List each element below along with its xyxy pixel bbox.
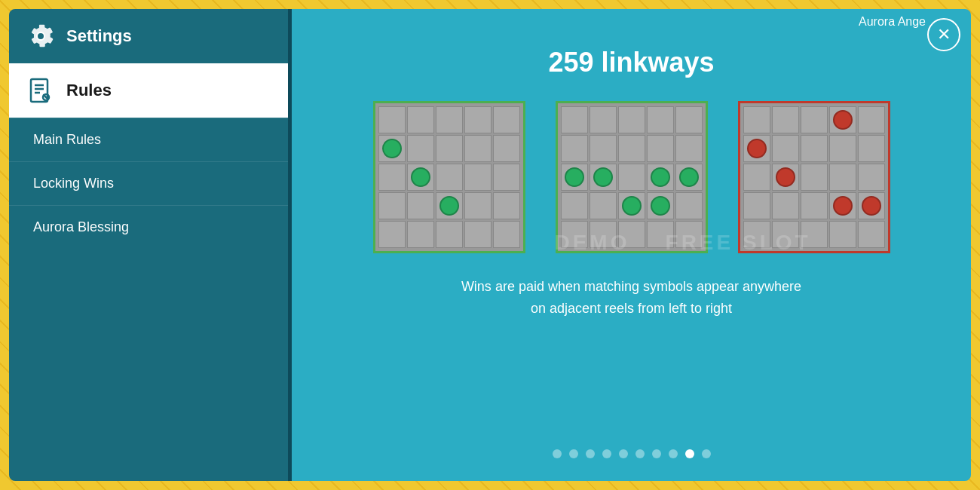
grid-cell bbox=[647, 135, 674, 162]
circle-green bbox=[651, 167, 670, 187]
grid-cell bbox=[829, 135, 856, 162]
gear-icon bbox=[27, 23, 54, 50]
settings-label: Settings bbox=[66, 26, 132, 46]
grid-cell bbox=[618, 192, 645, 219]
grid-cell bbox=[590, 221, 617, 248]
grid1 bbox=[373, 101, 525, 253]
grid-cell bbox=[743, 106, 770, 133]
circle-red bbox=[747, 139, 767, 158]
grid-cell bbox=[618, 106, 645, 133]
grid-cell bbox=[801, 192, 828, 219]
pagination-dot[interactable] bbox=[569, 449, 578, 458]
circle-green bbox=[593, 167, 613, 187]
circle-green bbox=[565, 167, 584, 187]
main-container: Settings Rules Main Rules bbox=[9, 9, 971, 481]
grid-cell bbox=[858, 221, 885, 248]
sidebar-sub-item-main-rules[interactable]: Main Rules bbox=[9, 118, 292, 161]
pagination-dot[interactable] bbox=[619, 449, 628, 458]
dots-row bbox=[553, 449, 711, 458]
grid-cell bbox=[675, 135, 703, 162]
main-content: Aurora Ange ✕ 259 linkways DEM bbox=[292, 9, 971, 481]
sidebar-sub-item-aurora-blessing[interactable]: Aurora Blessing bbox=[9, 205, 292, 249]
grid-cell bbox=[647, 164, 674, 191]
grid-cell bbox=[407, 164, 434, 191]
grid-cell bbox=[829, 106, 856, 133]
grid-cell bbox=[647, 221, 674, 248]
grid-cell bbox=[675, 106, 703, 133]
grid-cell bbox=[378, 106, 406, 133]
grid-cell bbox=[858, 106, 885, 133]
grid-cell bbox=[801, 221, 828, 248]
pagination-dot[interactable] bbox=[586, 449, 595, 458]
grid-cell bbox=[493, 221, 520, 248]
grid-cell bbox=[743, 192, 770, 219]
grid-cell bbox=[772, 164, 799, 191]
grid3-table bbox=[740, 103, 888, 251]
rules-label: Rules bbox=[66, 81, 112, 100]
grid-cell bbox=[561, 106, 588, 133]
description-text: Wins are paid when matching symbols appe… bbox=[461, 276, 801, 320]
grid-cell bbox=[647, 192, 674, 219]
grid-cell bbox=[407, 192, 434, 219]
grid-cell bbox=[407, 135, 434, 162]
grid-cell bbox=[618, 221, 645, 248]
grid-cell bbox=[561, 192, 588, 219]
sidebar: Settings Rules Main Rules bbox=[9, 9, 292, 481]
circle-green bbox=[622, 196, 642, 216]
circle-red bbox=[833, 110, 853, 130]
circle-red bbox=[833, 196, 853, 216]
pagination-dot[interactable] bbox=[685, 449, 694, 458]
grid-cell bbox=[436, 135, 463, 162]
grid-cell bbox=[829, 164, 856, 191]
grid-cell bbox=[772, 135, 799, 162]
grid-cell bbox=[829, 221, 856, 248]
circle-green bbox=[651, 196, 670, 216]
grid-cell bbox=[436, 221, 463, 248]
grid-cell bbox=[561, 221, 588, 248]
sidebar-item-rules[interactable]: Rules bbox=[9, 63, 292, 118]
grid3 bbox=[738, 101, 890, 253]
grid-cell bbox=[436, 192, 463, 219]
close-button[interactable]: ✕ bbox=[927, 18, 960, 51]
grid-cell bbox=[493, 164, 520, 191]
grid-cell bbox=[590, 135, 617, 162]
grid-cell bbox=[464, 221, 492, 248]
grid2-table bbox=[558, 103, 706, 251]
grid-cell bbox=[772, 192, 799, 219]
grid-cell bbox=[464, 164, 492, 191]
grid-cell bbox=[561, 135, 588, 162]
pagination-dot[interactable] bbox=[669, 449, 678, 458]
circle-red bbox=[776, 167, 795, 187]
grid-cell bbox=[493, 192, 520, 219]
sidebar-sub-item-locking-wins[interactable]: Locking Wins bbox=[9, 161, 292, 205]
grid-cell bbox=[743, 221, 770, 248]
grid-cell bbox=[675, 192, 703, 219]
grid-cell bbox=[407, 221, 434, 248]
grid-cell bbox=[464, 106, 492, 133]
grid-cell bbox=[590, 192, 617, 219]
pagination-dot[interactable] bbox=[635, 449, 645, 458]
circle-green bbox=[679, 167, 699, 187]
outer-border: Settings Rules Main Rules bbox=[0, 0, 980, 490]
grid-cell bbox=[743, 164, 770, 191]
rules-icon bbox=[27, 77, 54, 104]
circle-green bbox=[411, 167, 430, 187]
grid-cell bbox=[858, 164, 885, 191]
sidebar-item-settings[interactable]: Settings bbox=[9, 9, 292, 63]
grid-cell bbox=[675, 164, 703, 191]
pagination-dot[interactable] bbox=[553, 449, 562, 458]
grid-cell bbox=[436, 106, 463, 133]
pagination-dot[interactable] bbox=[652, 449, 661, 458]
grid-cell bbox=[618, 135, 645, 162]
grid-cell bbox=[772, 106, 799, 133]
grid2 bbox=[556, 101, 708, 253]
grid-cell bbox=[590, 106, 617, 133]
pagination-dot[interactable] bbox=[602, 449, 611, 458]
grid-cell bbox=[829, 192, 856, 219]
circle-green bbox=[439, 196, 459, 216]
grid-cell bbox=[743, 135, 770, 162]
grid-cell bbox=[464, 192, 492, 219]
grid-cell bbox=[464, 135, 492, 162]
grid-cell bbox=[801, 164, 828, 191]
pagination-dot[interactable] bbox=[702, 449, 711, 458]
